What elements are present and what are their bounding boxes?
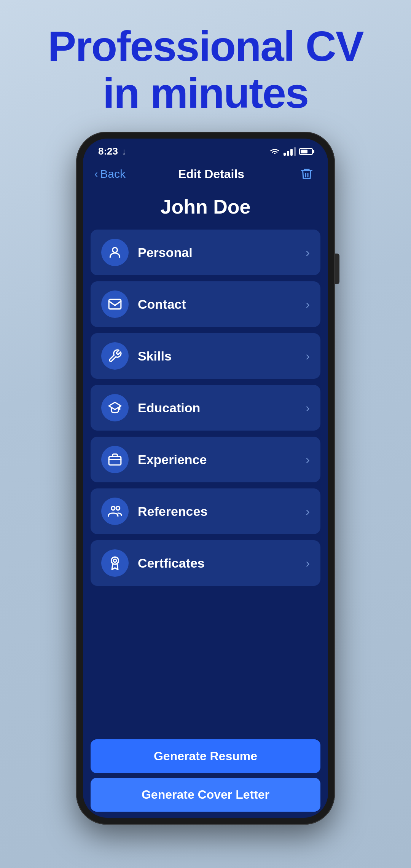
personal-chevron-icon: › xyxy=(306,246,310,260)
references-icon-circle xyxy=(101,498,129,525)
graduation-icon xyxy=(108,400,122,415)
certificates-label: Certficates xyxy=(138,556,296,571)
skills-icon-circle xyxy=(101,342,129,370)
wrench-icon xyxy=(108,349,122,363)
phone-screen: 8:23 ↓ xyxy=(83,139,328,818)
experience-chevron-icon: › xyxy=(306,453,310,467)
back-label: Back xyxy=(100,168,126,180)
experience-label: Experience xyxy=(138,452,296,467)
phone-body: 8:23 ↓ xyxy=(76,132,335,825)
profile-name: John Doe xyxy=(83,191,328,230)
contact-icon-circle xyxy=(101,290,129,318)
status-bar: 8:23 ↓ xyxy=(83,139,328,160)
svg-point-0 xyxy=(113,248,118,253)
contact-chevron-icon: › xyxy=(306,297,310,311)
menu-item-personal[interactable]: Personal › xyxy=(91,230,320,275)
personal-label: Personal xyxy=(138,245,296,260)
wifi-icon xyxy=(269,147,280,156)
briefcase-icon xyxy=(108,452,122,467)
svg-point-8 xyxy=(113,559,116,562)
menu-item-experience[interactable]: Experience › xyxy=(91,437,320,482)
power-button xyxy=(335,254,339,284)
menu-item-contact[interactable]: Contact › xyxy=(91,281,320,327)
svg-rect-1 xyxy=(109,300,121,309)
svg-point-7 xyxy=(112,557,119,565)
trash-icon: .trash-icon-svg path { stroke: #5b9ef9; … xyxy=(300,167,314,181)
skills-label: Skills xyxy=(138,349,296,364)
headline-line2: in minutes xyxy=(103,69,308,117)
signal-icon xyxy=(284,147,296,156)
generate-resume-button[interactable]: Generate Resume xyxy=(91,739,320,773)
envelope-icon xyxy=(108,297,122,311)
education-label: Education xyxy=(138,400,296,415)
personal-icon-circle xyxy=(101,239,129,266)
top-nav: ‹ Back Edit Details .trash-icon-svg path… xyxy=(83,160,328,191)
menu-item-certificates[interactable]: Certficates › xyxy=(91,540,320,586)
menu-item-skills[interactable]: Skills › xyxy=(91,333,320,379)
group-icon xyxy=(108,504,122,519)
status-right xyxy=(269,147,313,156)
menu-item-references[interactable]: References › xyxy=(91,488,320,534)
app-headline: Professional CV in minutes xyxy=(18,0,394,128)
delete-button[interactable]: .trash-icon-svg path { stroke: #5b9ef9; … xyxy=(297,164,317,184)
nav-title: Edit Details xyxy=(178,167,244,181)
svg-point-5 xyxy=(112,507,115,511)
contact-label: Contact xyxy=(138,297,296,312)
time-display: 8:23 xyxy=(98,145,118,157)
generate-cover-letter-button[interactable]: Generate Cover Letter xyxy=(91,778,320,812)
back-chevron-icon: ‹ xyxy=(94,168,98,180)
headline-line1: Professional CV xyxy=(48,22,363,70)
download-icon: ↓ xyxy=(122,146,126,157)
svg-point-6 xyxy=(116,507,120,511)
experience-icon-circle xyxy=(101,446,129,473)
references-chevron-icon: › xyxy=(306,504,310,519)
status-left: 8:23 ↓ xyxy=(98,145,126,157)
svg-rect-3 xyxy=(109,456,121,465)
phone-mockup: 8:23 ↓ xyxy=(76,132,335,825)
bottom-buttons: Generate Resume Generate Cover Letter xyxy=(83,733,328,818)
menu-item-education[interactable]: Education › xyxy=(91,385,320,431)
references-label: References xyxy=(138,504,296,519)
skills-chevron-icon: › xyxy=(306,349,310,363)
education-chevron-icon: › xyxy=(306,401,310,415)
education-icon-circle xyxy=(101,394,129,421)
battery-icon xyxy=(299,148,313,155)
back-button[interactable]: ‹ Back xyxy=(94,168,126,180)
person-icon xyxy=(108,245,122,260)
menu-list: Personal › Contact › xyxy=(83,230,328,733)
certificates-chevron-icon: › xyxy=(306,556,310,570)
certificates-icon-circle xyxy=(101,549,129,577)
badge-icon xyxy=(108,556,122,570)
